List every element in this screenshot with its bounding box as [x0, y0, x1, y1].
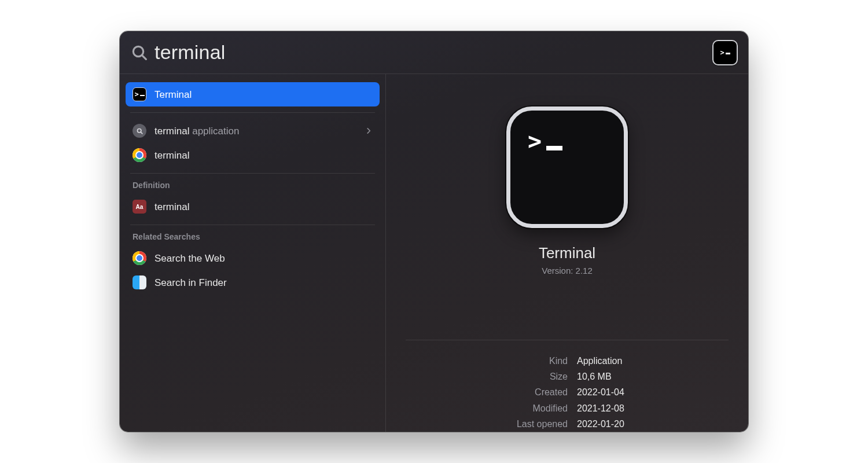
group-title: Definition: [126, 179, 380, 194]
divider: [130, 173, 375, 174]
result-suggestion-app[interactable]: terminal application: [126, 119, 380, 143]
result-label: terminal: [155, 202, 189, 212]
result-search-finder[interactable]: Search in Finder: [126, 270, 380, 295]
meta-key: Created: [406, 384, 568, 400]
result-search-web[interactable]: Search the Web: [126, 246, 380, 270]
search-bar: >: [120, 31, 748, 74]
meta-value: 2021-12-08: [577, 400, 624, 416]
group-title: Related Searches: [126, 231, 380, 246]
top-hits-group: > Terminal: [126, 82, 380, 106]
result-label: terminal: [155, 150, 189, 160]
search-glyph-icon: [133, 124, 146, 138]
meta-key: Kind: [406, 353, 568, 369]
meta-key: Modified: [406, 400, 568, 416]
terminal-icon: >: [720, 49, 730, 56]
chrome-icon: [133, 148, 146, 162]
metadata-table: KindApplication Size10,6 MB Created2022-…: [386, 351, 748, 432]
spotlight-window: > > Terminal: [120, 31, 748, 432]
app-version: Version: 2.12: [542, 266, 593, 275]
terminal-icon: >: [133, 87, 146, 101]
meta-value: Application: [577, 353, 622, 369]
result-terminal-app[interactable]: > Terminal: [126, 82, 380, 106]
definition-group: Definition Aa terminal: [126, 179, 380, 219]
terminal-prompt-icon: >: [528, 128, 562, 155]
meta-value: 2022-01-20: [577, 416, 624, 432]
meta-value: 10,6 MB: [577, 369, 612, 384]
divider: [130, 112, 375, 113]
result-label: terminal application: [155, 126, 239, 136]
svg-line-3: [141, 132, 142, 134]
results-list: > Terminal terminal: [120, 74, 386, 432]
meta-key: Last opened: [406, 416, 568, 432]
divider: [406, 340, 729, 340]
chrome-icon: [133, 251, 146, 265]
finder-icon: [133, 275, 146, 289]
meta-key: Size: [406, 369, 568, 384]
search-input[interactable]: [155, 41, 712, 64]
result-definition[interactable]: Aa terminal: [126, 194, 380, 219]
chevron-right-icon: [365, 127, 373, 135]
result-thumb: >: [712, 40, 738, 65]
app-icon-large: >: [506, 106, 628, 228]
suggestions-group: terminal application terminal: [126, 119, 380, 167]
related-group: Related Searches Search the Web Search i…: [126, 231, 380, 295]
dictionary-icon: Aa: [133, 200, 146, 214]
search-icon: [130, 43, 149, 62]
app-name: Terminal: [539, 244, 595, 262]
svg-line-1: [142, 55, 146, 59]
result-label: Search the Web: [155, 253, 225, 263]
result-label: Terminal: [155, 90, 192, 100]
divider: [130, 225, 375, 225]
result-label: Search in Finder: [155, 278, 227, 288]
meta-value: 2022-01-04: [577, 384, 624, 400]
result-chrome-terminal[interactable]: terminal: [126, 143, 380, 167]
preview-pane: > Terminal Version: 2.12 KindApplication…: [386, 74, 748, 432]
